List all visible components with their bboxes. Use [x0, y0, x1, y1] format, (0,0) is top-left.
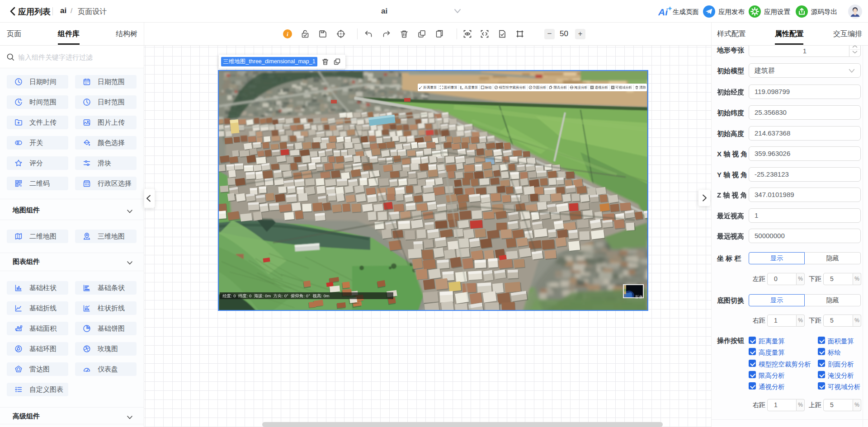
- svg-text:Ai: Ai: [658, 7, 668, 17]
- svg-text:i: i: [287, 31, 288, 38]
